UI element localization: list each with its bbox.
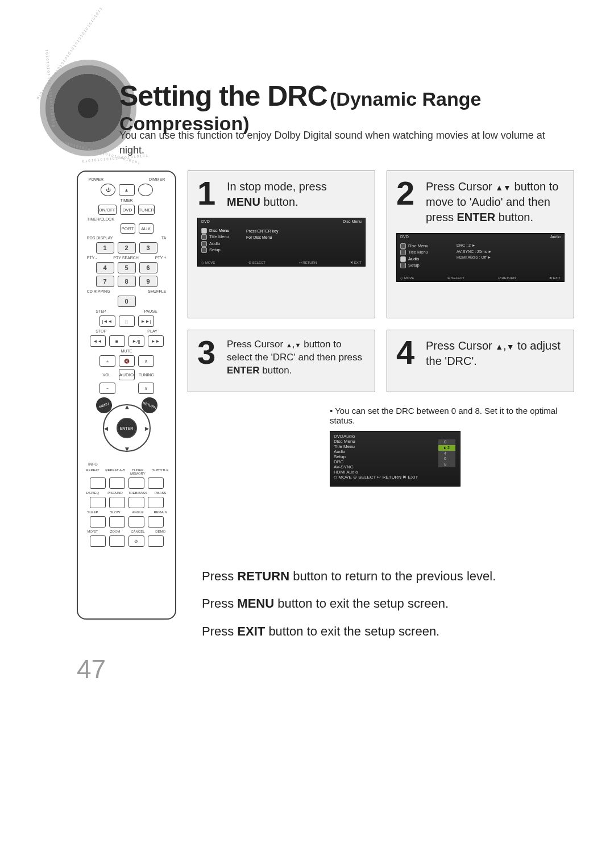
osd-foot-return: RETURN (501, 276, 516, 280)
osd-foot-select: SELECT (451, 276, 464, 280)
gen-btn (90, 535, 106, 547)
step-2: 2 Press Cursor button to move to 'Audio'… (387, 171, 574, 318)
tuning-down-button: ∨ (138, 383, 154, 394)
pause-button: || (119, 315, 135, 327)
osd-slider-2: ▸ 2 (438, 445, 455, 451)
label-ta: TA (161, 236, 166, 240)
osd-foot-move: MOVE (338, 475, 352, 480)
gen-btn (109, 477, 125, 489)
vol-up-button: ＋ (99, 355, 115, 367)
osd-item-discmenu: Disc Menu (408, 243, 428, 248)
step-3-number: 3 (197, 338, 220, 366)
manual-page: 0101010101010101010101010101010101011 01… (0, 0, 614, 868)
cursor-up-icon (286, 339, 292, 350)
key-7: 7 (96, 276, 114, 287)
osd-dvd-label: DVD (334, 434, 343, 439)
label-tuner-memory: TUNER MEMORY (128, 468, 148, 475)
label-shuffle: SHUFFLE (148, 289, 166, 293)
key-8: 8 (118, 276, 136, 287)
page-number: 47 (77, 654, 106, 684)
step-1: 1 In stop mode, press MENU button. DVDDi… (188, 171, 375, 318)
osd-v-drc: : 2 (466, 243, 471, 247)
remote-illustration: POWER DIMMER ⏻ ▲ TIMER ON/OFF DVD TUNER … (77, 171, 176, 625)
osd-dvd-label: DVD (201, 219, 210, 223)
osd-foot-select: SELECT (252, 261, 265, 264)
gen-btn (90, 516, 106, 528)
gen-btn (148, 535, 164, 547)
step-4-number: 4 (396, 338, 419, 366)
prev-button: |◄◄ (99, 315, 115, 327)
label-angle: ANGLE (128, 510, 148, 514)
bottom-line-2: Press MENU button to exit the setup scre… (202, 590, 569, 617)
osd-footer: ◇ MOVE ⊕ SELECT ↩ RETURN ✖ EXIT (201, 260, 362, 264)
vol-down-button: － (99, 383, 115, 394)
power-button: ⏻ (101, 184, 115, 196)
osd-left-list: Disc Menu Title Menu Audio Setup (201, 227, 229, 253)
step-3-c: button. (260, 365, 292, 376)
label-info: INFO (88, 462, 98, 466)
cursor-up-icon (495, 180, 503, 193)
cursor-down-icon (503, 180, 511, 193)
osd-screenshot-1: DVDDisc Menu Disc Menu Title Menu Audio … (197, 218, 366, 267)
osd-msg: Press ENTER key For Disc Menu (246, 229, 278, 240)
remote-body: POWER DIMMER ⏻ ▲ TIMER ON/OFF DVD TUNER … (77, 171, 176, 620)
step-4-text: Press Cursor , to adjust the 'DRC'. (426, 338, 565, 369)
osd-slider-0: 0 (438, 439, 455, 445)
osd-r-drc: DRC (334, 459, 343, 464)
step-1-menu-word: MENU (227, 196, 260, 208)
label-cdripping: CD RIPPING (87, 289, 110, 293)
gen-btn (109, 497, 125, 508)
label-trebbass: TREB/BASS (128, 491, 148, 495)
osd-top-right: Disc Menu (343, 219, 362, 223)
osd-msg-1: Press ENTER key (246, 229, 278, 235)
label-cancel: CANCEL (128, 530, 148, 533)
osd-foot-exit: EXIT (408, 475, 418, 480)
step-4: 4 Press Cursor , to adjust the 'DRC'. (387, 330, 574, 392)
cursor-up-icon (495, 339, 503, 352)
gen-btn (90, 477, 106, 489)
gen-btn (109, 516, 125, 528)
gen-btn (148, 477, 164, 489)
label-ptyminus: PTY - (87, 256, 97, 260)
label-repeat: REPEAT (82, 468, 103, 475)
next-button: ►►| (138, 315, 154, 327)
gen-btn (128, 477, 144, 489)
step-4-note: You can set the DRC between 0 and 8. Set… (330, 406, 574, 425)
label-pbass: P.BASS (150, 491, 171, 495)
step-2-a: Press Cursor (426, 180, 495, 193)
osd-r-avsync: AV-SYNC (457, 250, 474, 254)
label-vol: VOL (98, 373, 115, 377)
osd-foot-return: RETURN (302, 261, 317, 264)
cursor-down-icon (507, 339, 515, 352)
osd-foot-exit: EXIT (354, 261, 362, 264)
osd-right-panel: DRC : 2 ► AV-SYNC : 25ms ► HDMI Audio : … (457, 243, 492, 261)
osd-slider-6: 6 (438, 456, 455, 462)
page-subtitle: You can use this function to enjoy Dolby… (119, 128, 569, 157)
gen-btn (109, 535, 125, 547)
osd-slider-4: 4 (438, 451, 455, 456)
osd-r-avsync: AV-SYNC (334, 464, 354, 470)
label-remain: REMAIN (150, 510, 171, 514)
bottom-instructions: Press RETURN button to return to the pre… (202, 563, 569, 645)
rew-button: ◄◄ (90, 335, 106, 347)
dvd-button: DVD (120, 205, 135, 215)
title-main: Setting the DRC (119, 80, 327, 112)
label-zoom: ZOOM (105, 530, 126, 533)
label-power: POWER (82, 177, 110, 181)
mute-button: 🔇 (119, 355, 135, 367)
step-3-a: Press Cursor (227, 339, 286, 350)
osd-footer: ◇ MOVE ⊕ SELECT ↩ RETURN ✖ EXIT (334, 475, 457, 480)
label-mute: MUTE (121, 349, 132, 353)
gen-btn (148, 497, 164, 508)
label-step: STEP (96, 309, 106, 313)
label-ptysearch: PTY SEARCH (113, 256, 139, 260)
tuner-button: TUNER (138, 205, 155, 215)
label-timerclock: TIMER/CLOCK (87, 217, 114, 221)
key-4: 4 (96, 262, 114, 273)
step-1-line1: In stop mode, press (227, 180, 327, 193)
eject-button: ▲ (119, 184, 135, 196)
step-1-line2: button. (260, 196, 298, 208)
osd-slider: 0 ▸ 2 4 6 8 (438, 439, 455, 467)
key-3: 3 (139, 242, 157, 254)
osd-item-titlemenu: Title Menu (209, 234, 229, 239)
